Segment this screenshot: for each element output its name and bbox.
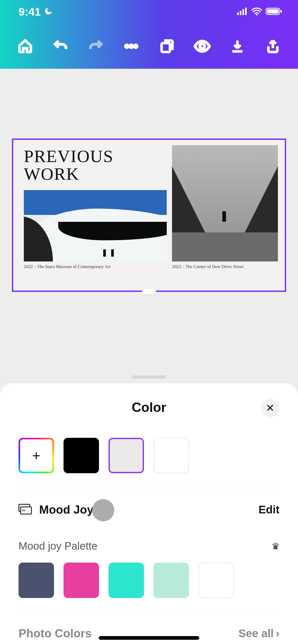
- redo-button[interactable]: [79, 29, 113, 63]
- share-button[interactable]: [256, 29, 290, 63]
- palette-swatch[interactable]: [198, 563, 234, 598]
- palette-section: Mood joy Palette ♛: [19, 540, 279, 598]
- svg-point-10: [134, 45, 137, 48]
- document-colors-row: +: [19, 438, 279, 488]
- undo-button[interactable]: [43, 29, 78, 63]
- palette-swatch[interactable]: [109, 563, 144, 598]
- caption-right[interactable]: 2023 – The Corner of Dew Drive Street: [172, 264, 243, 269]
- doc-color-swatch-selected[interactable]: [109, 438, 144, 473]
- battery-icon: [266, 7, 282, 16]
- page-heading[interactable]: PREVIOUS WORK: [24, 147, 114, 183]
- wifi-icon: [251, 7, 262, 16]
- home-indicator[interactable]: [99, 636, 199, 640]
- heading-line1: PREVIOUS: [24, 146, 114, 166]
- editor-toolbar: [0, 24, 298, 69]
- doc-color-swatch[interactable]: [64, 438, 99, 473]
- color-panel: Color ✕ + co. Mood Joy Edit Mood joy Pal…: [0, 383, 298, 644]
- palette-swatch[interactable]: [153, 563, 189, 598]
- status-icons: [237, 7, 282, 16]
- clock: 9:41: [19, 6, 41, 18]
- svg-rect-2: [242, 9, 244, 15]
- image-left[interactable]: [24, 190, 167, 261]
- more-button[interactable]: [114, 29, 148, 63]
- photo-colors-title: Photo Colors: [19, 627, 92, 640]
- design-page[interactable]: PREVIOUS WORK 2022 – The Inaro Museum of…: [12, 139, 286, 292]
- svg-rect-1: [240, 11, 241, 15]
- crown-icon: ♛: [272, 541, 279, 551]
- preview-button[interactable]: [185, 29, 219, 63]
- brand-kit-icon: co.: [19, 504, 32, 516]
- heading-line2: WORK: [24, 164, 79, 183]
- brand-kit-edit-button[interactable]: Edit: [259, 503, 279, 516]
- caption-left[interactable]: 2022 – The Inaro Museum of Contemporary …: [24, 264, 111, 269]
- close-icon: ✕: [266, 402, 275, 414]
- pages-button[interactable]: [150, 29, 184, 63]
- svg-rect-3: [245, 8, 247, 15]
- brand-kit-section: co. Mood Joy Edit: [19, 503, 279, 516]
- svg-rect-0: [237, 12, 239, 15]
- home-button[interactable]: [8, 29, 42, 63]
- cellular-icon: [237, 8, 248, 16]
- panel-title: Color: [132, 400, 166, 415]
- canvas-area[interactable]: PREVIOUS WORK 2022 – The Inaro Museum of…: [0, 69, 298, 383]
- svg-point-8: [125, 45, 128, 48]
- download-button[interactable]: [220, 29, 255, 63]
- palette-swatch[interactable]: [64, 563, 99, 598]
- see-all-label: See all: [238, 627, 274, 640]
- page-resize-handle[interactable]: [142, 288, 156, 294]
- dnd-moon-icon: [44, 6, 53, 18]
- svg-point-9: [130, 45, 133, 48]
- close-button[interactable]: ✕: [261, 399, 279, 417]
- brand-kit-name[interactable]: Mood Joy: [39, 503, 93, 516]
- svg-rect-11: [161, 43, 170, 52]
- image-right[interactable]: [172, 145, 278, 261]
- palette-swatch[interactable]: [19, 563, 54, 598]
- chevron-right-icon: ›: [276, 627, 279, 640]
- see-all-button[interactable]: See all ›: [238, 627, 279, 640]
- status-bar: 9:41: [0, 0, 298, 24]
- touch-indicator: [92, 499, 114, 521]
- svg-point-4: [256, 14, 258, 15]
- svg-rect-7: [281, 10, 282, 13]
- doc-color-swatch[interactable]: [153, 438, 189, 473]
- svg-rect-6: [267, 9, 279, 13]
- svg-point-12: [200, 44, 205, 49]
- palette-title: Mood joy Palette: [19, 540, 97, 552]
- sheet-drag-handle[interactable]: [132, 375, 166, 379]
- plus-icon: +: [32, 447, 40, 464]
- palette-row: [19, 563, 279, 598]
- add-color-button[interactable]: +: [19, 438, 54, 473]
